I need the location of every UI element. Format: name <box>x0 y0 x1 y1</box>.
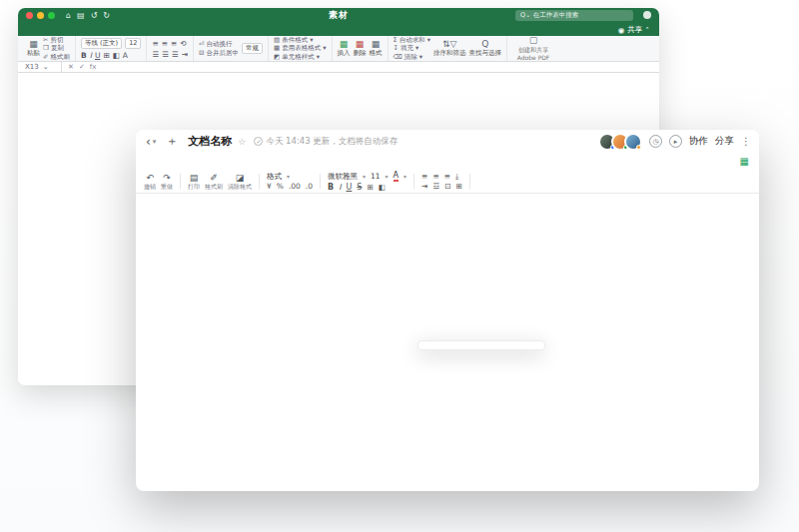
document-title[interactable]: 文档名称 <box>188 134 232 149</box>
close-button[interactable] <box>26 12 33 19</box>
home-icon[interactable]: ⌂ <box>66 11 71 20</box>
redo-button[interactable]: ↷ 重做 <box>161 174 173 190</box>
account-icon[interactable] <box>643 11 651 19</box>
share-button[interactable]: 分享 <box>715 135 734 148</box>
avatar[interactable] <box>624 133 642 151</box>
clear-format-button[interactable]: ◪ 清除格式 <box>228 174 252 190</box>
redo-icon[interactable]: ↻ <box>103 11 110 20</box>
align-right-icon[interactable]: ☰ <box>172 50 179 59</box>
format-cells-button[interactable]: ▦ 格式 <box>370 40 383 57</box>
currency-button[interactable]: ¥ <box>267 183 272 191</box>
shimo-titlebar: ‹ ▾ ＋ 文档名称 ☆ ✓ 今天 14:43 更新，文档将自动保存 ◷ ▸ 协… <box>136 130 759 153</box>
font-size-select[interactable]: 11 <box>371 173 381 181</box>
underline-button[interactable]: U <box>346 184 352 192</box>
autosum-button[interactable]: Σ 自动求和 ▾ <box>394 36 431 44</box>
saved-check-icon: ✓ <box>254 137 263 146</box>
align-top-icon[interactable]: ≡ <box>152 39 158 48</box>
context-menu <box>417 340 545 350</box>
cut-button[interactable]: ✂ 剪切 <box>43 36 70 44</box>
save-status: ✓ 今天 14:43 更新，文档将自动保存 <box>254 136 398 148</box>
new-document-icon[interactable]: ＋ <box>166 133 178 150</box>
align-left-icon[interactable]: ☰ <box>152 50 159 59</box>
split-cells-icon[interactable]: ⊡ <box>444 183 450 191</box>
name-box[interactable]: X13 ⌄ <box>18 62 62 72</box>
save-icon[interactable]: ▤ <box>77 11 85 20</box>
history-icon[interactable]: ◷ <box>649 135 662 148</box>
more-menu-icon[interactable]: ⋮ <box>741 136 751 147</box>
align-center-icon[interactable]: ≡ <box>432 173 438 181</box>
conditional-format-button[interactable]: ▨ 条件格式 ▾ <box>274 36 327 44</box>
dropdown-caret-icon[interactable]: ▾ <box>153 138 157 146</box>
italic-button[interactable]: I <box>339 184 341 192</box>
find-select-button[interactable]: Q 查找与选择 <box>469 40 502 57</box>
traffic-lights <box>26 12 55 19</box>
excel-search-input[interactable]: Q⌄ 在工作表中搜索 <box>515 10 633 21</box>
collaborate-button[interactable]: 协作 <box>689 135 708 148</box>
italic-button[interactable]: I <box>90 51 92 60</box>
grid-icon[interactable]: ⊞ <box>455 183 461 191</box>
percent-button[interactable]: % <box>277 183 284 191</box>
clear-button[interactable]: ⌫ 清除 ▾ <box>394 53 431 61</box>
number-format-select[interactable]: 常规 <box>242 43 263 54</box>
paste-button[interactable]: ▦ 粘贴 <box>27 40 40 57</box>
underline-button[interactable]: U <box>95 51 101 60</box>
excel-share-button[interactable]: ◉ 共享 ˄ <box>618 25 649 35</box>
increase-decimal-button[interactable]: .0 <box>306 183 313 191</box>
merge-center-toggle[interactable]: ⊟ 合并后居中 <box>199 49 239 57</box>
print-button[interactable]: ▤ 打印 <box>188 174 200 190</box>
font-name-select[interactable]: 微软雅黑 <box>328 173 358 181</box>
sort-filter-button[interactable]: ⇅▽ 排序和筛选 <box>433 40 466 57</box>
strikethrough-button[interactable]: S <box>357 184 362 192</box>
align-bottom-icon[interactable]: ≡ <box>171 39 177 48</box>
back-icon[interactable]: ‹ <box>146 135 151 149</box>
font-size-select[interactable]: 12 <box>125 38 141 49</box>
cell-styles-button[interactable]: ◩ 单元格样式 ▾ <box>274 53 327 61</box>
enter-icon[interactable]: ✓ <box>79 63 85 71</box>
vertical-align-icon[interactable]: ⤓ <box>455 173 458 181</box>
play-icon[interactable]: ▸ <box>669 135 682 148</box>
undo-icon[interactable]: ↺ <box>91 11 98 20</box>
border-icon[interactable]: ⊞ <box>103 51 109 60</box>
cell-border-icon[interactable]: ⊞ <box>367 184 373 192</box>
insert-cells-button[interactable]: ▦ 插入 <box>338 40 351 57</box>
orientation-icon[interactable]: ⟲ <box>180 39 186 48</box>
minimize-button[interactable] <box>37 12 44 19</box>
text-wrap-icon[interactable]: ⇥ <box>421 183 427 191</box>
excel-ribbon: ▦ 粘贴 ✂ 剪切 ❐ 复制 ✐ 格式刷 等线 (正文) 12 B <box>18 36 659 62</box>
excel-document-title: 素材 <box>329 9 349 22</box>
align-left-icon[interactable]: ≡ <box>421 173 427 181</box>
decrease-decimal-button[interactable]: .00 <box>289 183 301 191</box>
create-pdf-button[interactable]: ▢ 创建和共享 Adobe PDF <box>512 36 554 60</box>
font-color-icon[interactable]: A <box>394 172 399 182</box>
font-name-select[interactable]: 等线 (正文) <box>81 38 122 49</box>
fill-color-icon[interactable]: ◧ <box>379 184 386 192</box>
fx-icon[interactable]: fx <box>90 63 97 71</box>
format-as-table-button[interactable]: ▦ 套用表格格式 ▾ <box>274 44 327 52</box>
zoom-button[interactable] <box>48 12 55 19</box>
bold-button[interactable]: B <box>81 51 87 60</box>
bookmark-icon[interactable]: ☆ <box>238 137 246 147</box>
align-right-icon[interactable]: ≡ <box>444 173 450 181</box>
fill-color-icon[interactable]: ◧ <box>113 51 120 60</box>
delete-cells-button[interactable]: ▦ 删除 <box>354 40 367 57</box>
format-menu-button[interactable]: 格式 <box>267 173 282 181</box>
format-painter-button[interactable]: ✐ 格式刷 <box>205 174 223 190</box>
align-middle-icon[interactable]: ≡ <box>162 39 168 48</box>
align-center-icon[interactable]: ☰ <box>162 50 169 59</box>
format-painter-button[interactable]: ✐ 格式刷 <box>43 53 70 61</box>
insert-cells-icon: ▦ <box>340 40 349 49</box>
collaborator-avatars[interactable] <box>598 133 642 151</box>
excel-formula-bar: X13 ⌄ ✕ ✓ fx <box>18 62 659 73</box>
undo-button[interactable]: ↶ 撤销 <box>144 174 156 190</box>
merge-cells-icon[interactable]: ☲ <box>432 183 439 191</box>
wrap-text-toggle[interactable]: ⏎ 自动换行 <box>199 40 239 48</box>
sort-filter-icon: ⇅▽ <box>442 40 456 49</box>
sheet-view-icon[interactable]: ▦ <box>740 156 749 167</box>
copy-button[interactable]: ❐ 复制 <box>43 44 70 52</box>
cancel-icon[interactable]: ✕ <box>68 63 74 71</box>
font-color-icon[interactable]: A <box>123 51 128 60</box>
bold-button[interactable]: B <box>328 184 334 192</box>
indent-icon[interactable]: ⇥ <box>182 50 188 59</box>
fill-button[interactable]: ↧ 填充 ▾ <box>394 44 431 52</box>
clipboard-group: ▦ 粘贴 ✂ 剪切 ❐ 复制 ✐ 格式刷 <box>22 36 76 61</box>
